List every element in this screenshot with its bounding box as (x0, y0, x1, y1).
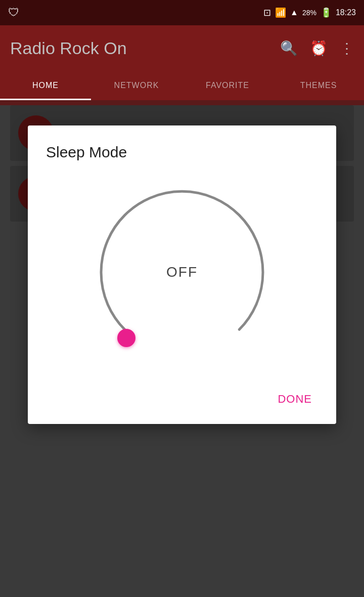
app-bar-actions: 🔍 ⏰ ⋮ (280, 40, 354, 57)
battery-icon: 🔋 (321, 7, 332, 18)
alarm-icon[interactable]: ⏰ (310, 40, 328, 57)
search-icon[interactable]: 🔍 (280, 40, 298, 57)
dialog-title: Sleep Mode (46, 144, 318, 161)
time-label: 18:23 (336, 8, 356, 17)
app-bar: Radio Rock On 🔍 ⏰ ⋮ (0, 25, 364, 71)
tab-network[interactable]: NETWORK (91, 71, 182, 100)
battery-pct-label: 28% (302, 9, 316, 17)
tab-favorite[interactable]: FAVORITE (182, 71, 273, 100)
sleep-mode-dialog: Sleep Mode OFF DONE (28, 125, 336, 424)
tab-themes[interactable]: THEMES (273, 71, 364, 100)
cast-icon: ⊡ (263, 7, 271, 18)
tab-bar: HOME NETWORK FAVORITE THEMES (0, 71, 364, 100)
status-bar-right: ⊡ 📶 ▲ 28% 🔋 18:23 (263, 7, 356, 18)
signal-icon: ▲ (290, 8, 298, 17)
sleep-mode-knob[interactable]: OFF (86, 176, 278, 368)
status-bar: 🛡 ⊡ 📶 ▲ 28% 🔋 18:23 (0, 0, 364, 25)
wifi-icon: 📶 (275, 7, 286, 18)
knob-handle[interactable] (117, 329, 135, 347)
knob-arc-svg (86, 176, 278, 368)
more-options-icon[interactable]: ⋮ (340, 40, 354, 57)
shield-icon: 🛡 (8, 6, 19, 19)
dialog-actions: DONE (46, 383, 318, 410)
tab-home[interactable]: HOME (0, 71, 91, 100)
content-area: Sleep Mode OFF DONE (0, 105, 364, 597)
app-title: Radio Rock On (10, 38, 127, 58)
status-bar-left: 🛡 (8, 6, 19, 19)
modal-overlay[interactable]: Sleep Mode OFF DONE (0, 105, 364, 597)
done-button[interactable]: DONE (271, 389, 318, 410)
